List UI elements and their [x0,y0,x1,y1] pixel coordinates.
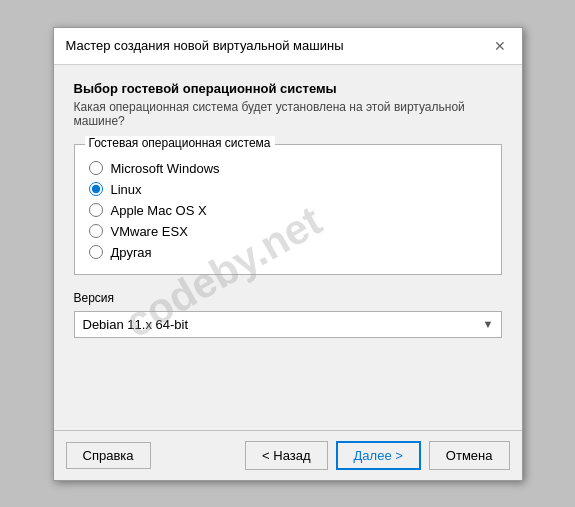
window-title: Мастер создания новой виртуальной машины [66,38,344,53]
footer-left: Справка [66,442,238,469]
version-dropdown[interactable]: Debian 11.x 64-bit Debian 10.x 64-bit Ub… [74,311,502,338]
radio-item-linux[interactable]: Linux [89,182,487,197]
radio-macos[interactable] [89,203,103,217]
radio-windows[interactable] [89,161,103,175]
version-section: Версия Debian 11.x 64-bit Debian 10.x 64… [74,291,502,338]
title-bar: Мастер создания новой виртуальной машины… [54,28,522,65]
main-window: Мастер создания новой виртуальной машины… [53,27,523,481]
help-button[interactable]: Справка [66,442,151,469]
radio-label-other: Другая [111,245,152,260]
page-title: Выбор гостевой операционной системы [74,81,502,96]
radio-linux[interactable] [89,182,103,196]
radio-esx[interactable] [89,224,103,238]
radio-label-esx: VMware ESX [111,224,188,239]
radio-group: Microsoft Windows Linux Apple Mac OS X V… [89,155,487,260]
cancel-button[interactable]: Отмена [429,441,510,470]
radio-label-linux: Linux [111,182,142,197]
radio-item-windows[interactable]: Microsoft Windows [89,161,487,176]
radio-item-macos[interactable]: Apple Mac OS X [89,203,487,218]
page-subtitle: Какая операционная система будет установ… [74,100,502,128]
radio-label-macos: Apple Mac OS X [111,203,207,218]
version-label: Версия [74,291,502,305]
guest-os-group: Гостевая операционная система Microsoft … [74,144,502,275]
back-button[interactable]: < Назад [245,441,327,470]
radio-other[interactable] [89,245,103,259]
close-button[interactable]: ✕ [490,36,510,56]
footer-right: < Назад Далее > Отмена [245,441,509,470]
version-select-wrapper: Debian 11.x 64-bit Debian 10.x 64-bit Ub… [74,311,502,338]
radio-item-other[interactable]: Другая [89,245,487,260]
radio-label-windows: Microsoft Windows [111,161,220,176]
footer: Справка < Назад Далее > Отмена [54,430,522,480]
radio-item-esx[interactable]: VMware ESX [89,224,487,239]
group-box-label: Гостевая операционная система [85,136,275,150]
content-area: Выбор гостевой операционной системы Кака… [54,65,522,430]
next-button[interactable]: Далее > [336,441,421,470]
